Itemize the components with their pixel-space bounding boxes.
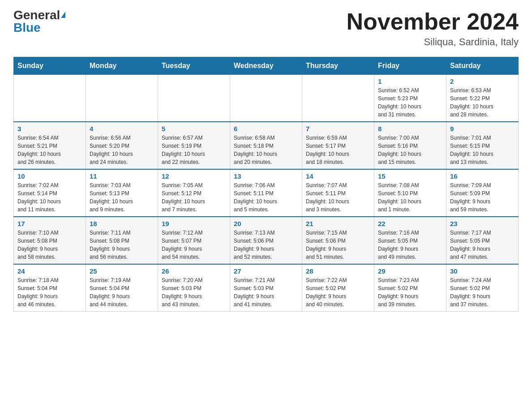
day-number: 26	[162, 267, 226, 275]
calendar-week-row: 10Sunrise: 7:02 AMSunset: 5:14 PMDayligh…	[14, 169, 519, 217]
day-info: Sunrise: 6:54 AMSunset: 5:21 PMDaylight:…	[17, 134, 82, 166]
day-number: 1	[378, 77, 442, 85]
day-of-week-header: Wednesday	[230, 57, 302, 75]
day-of-week-header: Tuesday	[158, 57, 230, 75]
day-number: 30	[450, 267, 515, 275]
day-number: 8	[378, 125, 442, 133]
day-info: Sunrise: 7:09 AMSunset: 5:09 PMDaylight:…	[450, 181, 515, 214]
logo: General Blue	[13, 9, 65, 34]
title-section: November 2024 Siliqua, Sardinia, Italy	[347, 9, 519, 48]
day-info: Sunrise: 7:24 AMSunset: 5:02 PMDaylight:…	[450, 276, 515, 308]
day-number: 29	[378, 267, 442, 275]
day-info: Sunrise: 7:17 AMSunset: 5:05 PMDaylight:…	[450, 229, 515, 261]
calendar-day-cell: 14Sunrise: 7:07 AMSunset: 5:11 PMDayligh…	[302, 169, 374, 217]
day-number: 7	[306, 125, 370, 133]
calendar-day-cell: 1Sunrise: 6:52 AMSunset: 5:23 PMDaylight…	[374, 75, 446, 122]
day-number: 6	[234, 125, 298, 133]
day-number: 2	[450, 77, 515, 85]
day-of-week-header: Saturday	[446, 57, 519, 75]
page-header: General Blue November 2024 Siliqua, Sard…	[13, 9, 519, 48]
calendar-day-cell: 26Sunrise: 7:20 AMSunset: 5:03 PMDayligh…	[158, 264, 230, 312]
calendar-day-cell: 3Sunrise: 6:54 AMSunset: 5:21 PMDaylight…	[14, 122, 86, 169]
day-info: Sunrise: 7:08 AMSunset: 5:10 PMDaylight:…	[378, 181, 442, 214]
day-of-week-header: Friday	[374, 57, 446, 75]
calendar-week-row: 24Sunrise: 7:18 AMSunset: 5:04 PMDayligh…	[14, 264, 519, 312]
day-number: 27	[234, 267, 298, 275]
calendar-day-cell	[14, 75, 86, 122]
calendar-table: SundayMondayTuesdayWednesdayThursdayFrid…	[13, 57, 519, 312]
day-number: 25	[90, 267, 154, 275]
day-number: 14	[306, 172, 370, 180]
calendar-header-row: SundayMondayTuesdayWednesdayThursdayFrid…	[14, 57, 519, 75]
calendar-day-cell: 25Sunrise: 7:19 AMSunset: 5:04 PMDayligh…	[86, 264, 158, 312]
calendar-day-cell: 8Sunrise: 7:00 AMSunset: 5:16 PMDaylight…	[374, 122, 446, 169]
day-info: Sunrise: 7:13 AMSunset: 5:06 PMDaylight:…	[234, 229, 298, 261]
day-number: 5	[162, 125, 226, 133]
day-number: 28	[306, 267, 370, 275]
calendar-day-cell: 17Sunrise: 7:10 AMSunset: 5:08 PMDayligh…	[14, 217, 86, 264]
calendar-day-cell: 16Sunrise: 7:09 AMSunset: 5:09 PMDayligh…	[446, 169, 519, 217]
day-number: 18	[90, 220, 154, 227]
calendar-day-cell	[158, 75, 230, 122]
calendar-day-cell	[86, 75, 158, 122]
calendar-day-cell: 4Sunrise: 6:56 AMSunset: 5:20 PMDaylight…	[86, 122, 158, 169]
day-number: 4	[90, 125, 154, 133]
day-info: Sunrise: 7:19 AMSunset: 5:04 PMDaylight:…	[90, 276, 154, 308]
day-number: 11	[90, 172, 154, 180]
logo-general-text: General	[13, 9, 60, 21]
day-number: 16	[450, 172, 515, 180]
day-info: Sunrise: 7:16 AMSunset: 5:05 PMDaylight:…	[378, 229, 442, 261]
day-number: 12	[162, 172, 226, 180]
day-number: 15	[378, 172, 442, 180]
day-info: Sunrise: 7:06 AMSunset: 5:11 PMDaylight:…	[234, 181, 298, 214]
day-info: Sunrise: 6:53 AMSunset: 5:22 PMDaylight:…	[450, 86, 515, 119]
day-info: Sunrise: 6:52 AMSunset: 5:23 PMDaylight:…	[378, 86, 442, 119]
day-info: Sunrise: 7:11 AMSunset: 5:08 PMDaylight:…	[90, 229, 154, 261]
month-title: November 2024	[347, 9, 519, 34]
day-of-week-header: Monday	[86, 57, 158, 75]
logo-triangle-icon	[61, 12, 65, 18]
day-info: Sunrise: 7:01 AMSunset: 5:15 PMDaylight:…	[450, 134, 515, 166]
day-number: 17	[17, 220, 82, 227]
day-info: Sunrise: 7:12 AMSunset: 5:07 PMDaylight:…	[162, 229, 226, 261]
calendar-day-cell: 11Sunrise: 7:03 AMSunset: 5:13 PMDayligh…	[86, 169, 158, 217]
day-info: Sunrise: 7:02 AMSunset: 5:14 PMDaylight:…	[17, 181, 82, 214]
day-info: Sunrise: 6:56 AMSunset: 5:20 PMDaylight:…	[90, 134, 154, 166]
day-of-week-header: Sunday	[14, 57, 86, 75]
day-number: 10	[17, 172, 82, 180]
day-info: Sunrise: 6:59 AMSunset: 5:17 PMDaylight:…	[306, 134, 370, 166]
day-number: 21	[306, 220, 370, 227]
day-number: 9	[450, 125, 515, 133]
day-number: 23	[450, 220, 515, 227]
calendar-day-cell: 6Sunrise: 6:58 AMSunset: 5:18 PMDaylight…	[230, 122, 302, 169]
calendar-day-cell: 22Sunrise: 7:16 AMSunset: 5:05 PMDayligh…	[374, 217, 446, 264]
calendar-day-cell: 13Sunrise: 7:06 AMSunset: 5:11 PMDayligh…	[230, 169, 302, 217]
day-info: Sunrise: 7:21 AMSunset: 5:03 PMDaylight:…	[234, 276, 298, 308]
calendar-day-cell: 27Sunrise: 7:21 AMSunset: 5:03 PMDayligh…	[230, 264, 302, 312]
calendar-day-cell: 5Sunrise: 6:57 AMSunset: 5:19 PMDaylight…	[158, 122, 230, 169]
day-number: 13	[234, 172, 298, 180]
calendar-day-cell: 30Sunrise: 7:24 AMSunset: 5:02 PMDayligh…	[446, 264, 519, 312]
location-subtitle: Siliqua, Sardinia, Italy	[347, 36, 519, 48]
calendar-day-cell: 2Sunrise: 6:53 AMSunset: 5:22 PMDaylight…	[446, 75, 519, 122]
calendar-week-row: 1Sunrise: 6:52 AMSunset: 5:23 PMDaylight…	[14, 75, 519, 122]
day-of-week-header: Thursday	[302, 57, 374, 75]
day-info: Sunrise: 7:00 AMSunset: 5:16 PMDaylight:…	[378, 134, 442, 166]
day-info: Sunrise: 6:57 AMSunset: 5:19 PMDaylight:…	[162, 134, 226, 166]
calendar-day-cell	[302, 75, 374, 122]
day-info: Sunrise: 7:05 AMSunset: 5:12 PMDaylight:…	[162, 181, 226, 214]
calendar-week-row: 3Sunrise: 6:54 AMSunset: 5:21 PMDaylight…	[14, 122, 519, 169]
calendar-day-cell: 29Sunrise: 7:23 AMSunset: 5:02 PMDayligh…	[374, 264, 446, 312]
day-info: Sunrise: 7:07 AMSunset: 5:11 PMDaylight:…	[306, 181, 370, 214]
calendar-day-cell: 21Sunrise: 7:15 AMSunset: 5:06 PMDayligh…	[302, 217, 374, 264]
day-info: Sunrise: 7:22 AMSunset: 5:02 PMDaylight:…	[306, 276, 370, 308]
calendar-day-cell: 20Sunrise: 7:13 AMSunset: 5:06 PMDayligh…	[230, 217, 302, 264]
calendar-day-cell: 7Sunrise: 6:59 AMSunset: 5:17 PMDaylight…	[302, 122, 374, 169]
calendar-day-cell: 15Sunrise: 7:08 AMSunset: 5:10 PMDayligh…	[374, 169, 446, 217]
day-info: Sunrise: 7:20 AMSunset: 5:03 PMDaylight:…	[162, 276, 226, 308]
day-number: 24	[17, 267, 82, 275]
day-number: 20	[234, 220, 298, 227]
day-number: 3	[17, 125, 82, 133]
day-info: Sunrise: 7:03 AMSunset: 5:13 PMDaylight:…	[90, 181, 154, 214]
calendar-day-cell: 23Sunrise: 7:17 AMSunset: 5:05 PMDayligh…	[446, 217, 519, 264]
